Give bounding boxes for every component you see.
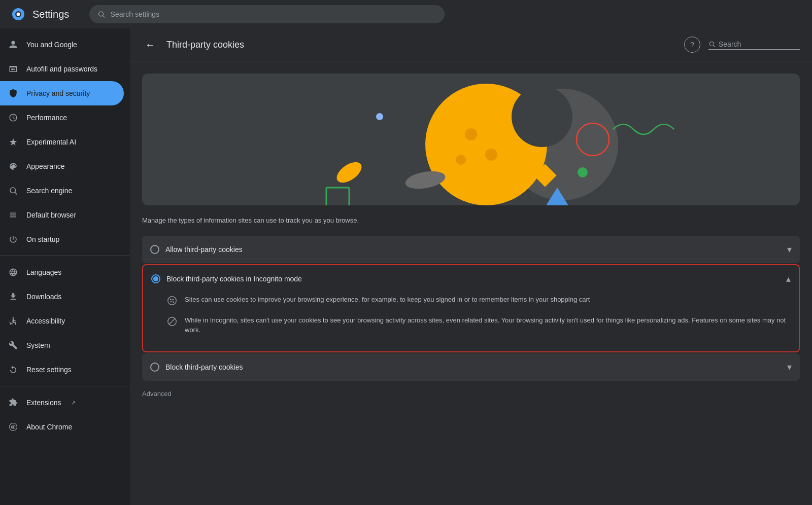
sidebar-item-on-startup[interactable]: On startup	[0, 227, 124, 251]
content-search-icon	[708, 41, 716, 48]
sidebar-item-about-chrome[interactable]: About Chrome	[0, 415, 124, 439]
sidebar-label-system: System	[26, 341, 50, 349]
svg-point-11	[12, 426, 14, 428]
download-icon	[8, 292, 18, 302]
svg-point-16	[512, 86, 572, 147]
svg-point-3	[17, 13, 20, 16]
option-allow-label: Allow third-party cookies	[165, 245, 781, 254]
option-block-all-header[interactable]: Block third-party cookies ▾	[142, 353, 800, 381]
advanced-section-label: Advanced	[130, 382, 812, 402]
option-incognito-label: Block third-party cookies in Incognito m…	[166, 275, 780, 283]
cookie-detail-icon	[166, 295, 179, 307]
sidebar-item-system[interactable]: System	[0, 333, 124, 357]
sidebar-item-reset[interactable]: Reset settings	[0, 357, 124, 382]
option-incognito-details: Sites can use cookies to improve your br…	[143, 293, 799, 351]
svg-point-28	[168, 296, 177, 305]
sidebar-label-accessibility: Accessibility	[26, 317, 65, 325]
chevron-down-icon-allow: ▾	[787, 244, 792, 255]
globe-icon	[8, 267, 18, 277]
power-icon	[8, 234, 18, 244]
external-link-icon: ↗	[71, 400, 76, 406]
person-icon	[8, 40, 18, 50]
svg-point-6	[10, 188, 16, 193]
page-title: Third-party cookies	[166, 40, 676, 50]
detail-row-cookies: Sites can use cookies to improve your br…	[166, 295, 791, 307]
chevron-up-icon-incognito: ▴	[786, 273, 791, 284]
radio-allow[interactable]	[150, 245, 159, 254]
content-search-bar[interactable]	[708, 40, 800, 50]
sidebar-item-default-browser[interactable]: Default browser	[0, 203, 124, 227]
svg-point-18	[485, 149, 497, 161]
help-button[interactable]: ?	[684, 37, 700, 53]
sidebar-item-downloads[interactable]: Downloads	[0, 284, 124, 309]
sidebar-label-experimental-ai: Experimental AI	[26, 138, 76, 146]
accessibility-icon	[8, 316, 18, 326]
svg-point-17	[465, 128, 477, 140]
sidebar-label-you-google: You and Google	[26, 41, 77, 49]
svg-line-5	[103, 16, 105, 18]
detail-text-incognito: While in Incognito, sites can't use your…	[185, 315, 791, 335]
back-button[interactable]: ←	[142, 37, 158, 53]
reset-icon	[8, 365, 18, 375]
svg-point-12	[709, 42, 714, 46]
sidebar-item-performance[interactable]: Performance	[0, 105, 124, 130]
option-block-all: Block third-party cookies ▾	[142, 353, 800, 381]
sidebar-divider-1	[0, 256, 130, 256]
detail-text-cookies: Sites can use cookies to improve your br…	[185, 295, 590, 305]
chevron-down-icon-block-all: ▾	[787, 362, 792, 373]
global-search-bar[interactable]	[89, 5, 445, 23]
sidebar-label-about-chrome: About Chrome	[26, 423, 72, 431]
svg-point-8	[13, 317, 14, 319]
option-incognito-header[interactable]: Block third-party cookies in Incognito m…	[143, 265, 799, 293]
global-search-input[interactable]	[111, 10, 437, 18]
svg-point-19	[456, 155, 466, 165]
chrome-logo	[10, 6, 26, 22]
badge-icon	[8, 64, 18, 74]
content-search-input[interactable]	[719, 40, 800, 48]
help-label: ?	[690, 41, 694, 49]
main-layout: You and Google Autofill and passwords Pr…	[0, 28, 812, 505]
svg-point-32	[173, 301, 174, 303]
sidebar-label-appearance: Appearance	[26, 162, 65, 170]
sidebar-item-extensions[interactable]: Extensions ↗	[0, 390, 124, 415]
sidebar-item-accessibility[interactable]: Accessibility	[0, 309, 124, 333]
content-area: ← Third-party cookies ?	[130, 28, 812, 505]
sidebar-item-appearance[interactable]: Appearance	[0, 154, 124, 178]
sidebar-label-default-browser: Default browser	[26, 211, 76, 219]
option-block-incognito: Block third-party cookies in Incognito m…	[142, 264, 800, 352]
sidebar-item-privacy[interactable]: Privacy and security	[0, 81, 124, 105]
sidebar-divider-2	[0, 386, 130, 386]
svg-rect-23	[326, 188, 349, 205]
sidebar-label-autofill: Autofill and passwords	[26, 65, 97, 73]
option-block-all-label: Block third-party cookies	[165, 363, 781, 371]
sidebar-label-search-engine: Search engine	[26, 187, 72, 195]
palette-icon	[8, 161, 18, 171]
puzzle-icon	[8, 398, 18, 408]
svg-point-26	[578, 167, 588, 177]
option-allow-cookies: Allow third-party cookies ▾	[142, 236, 800, 263]
svg-point-20	[376, 113, 383, 120]
sidebar-label-extensions: Extensions	[26, 399, 61, 407]
sidebar-label-on-startup: On startup	[26, 235, 59, 243]
sidebar-item-languages[interactable]: Languages	[0, 260, 124, 284]
page-description: Manage the types of information sites ca…	[130, 215, 812, 236]
radio-block-all[interactable]	[150, 363, 159, 372]
sidebar-label-performance: Performance	[26, 114, 67, 122]
option-allow-header[interactable]: Allow third-party cookies ▾	[142, 236, 800, 263]
chrome-about-icon	[8, 422, 18, 432]
svg-point-30	[172, 299, 174, 300]
detail-row-incognito: While in Incognito, sites can't use your…	[166, 315, 791, 335]
svg-point-4	[99, 12, 104, 16]
browser-icon	[8, 210, 18, 220]
sidebar-item-autofill[interactable]: Autofill and passwords	[0, 57, 124, 81]
sidebar-item-you-google[interactable]: You and Google	[0, 32, 124, 57]
sidebar-label-privacy: Privacy and security	[26, 89, 90, 97]
wrench-icon	[8, 340, 18, 350]
svg-point-21	[333, 158, 365, 187]
app-title: Settings	[32, 9, 69, 20]
sidebar-item-experimental-ai[interactable]: Experimental AI	[0, 130, 124, 154]
sidebar-label-downloads: Downloads	[26, 293, 61, 301]
sidebar-item-search-engine[interactable]: Search engine	[0, 178, 124, 203]
svg-line-34	[170, 318, 175, 324]
radio-block-incognito[interactable]	[151, 274, 160, 283]
